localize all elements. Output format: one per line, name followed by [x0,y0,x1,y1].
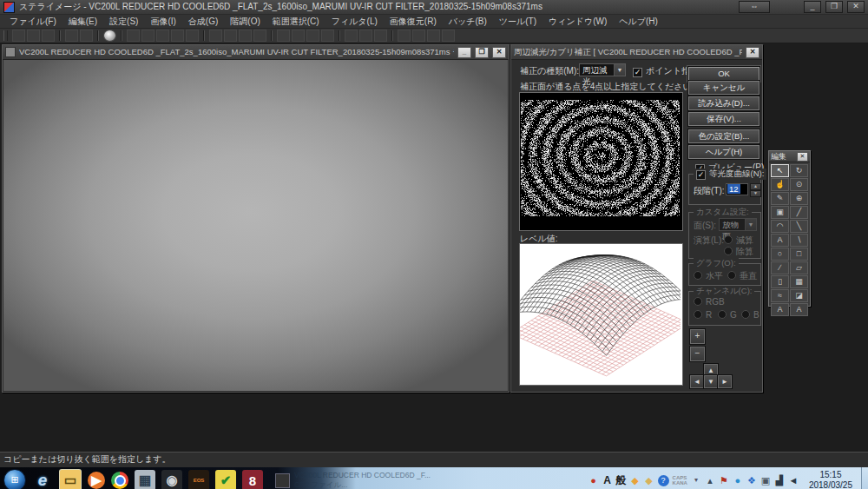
minimize-button[interactable]: _ [804,1,821,13]
pan-down-button[interactable]: ▼ [704,375,718,388]
backyard-eos-icon[interactable]: EOS [188,470,209,489]
calculator-icon[interactable]: ▦ [135,470,155,489]
menu-item-2[interactable]: 設定(S) [103,15,144,29]
shield-check-icon[interactable]: ✔ [215,470,236,489]
menu-item-6[interactable]: 範囲選択(C) [266,15,326,29]
star-icon[interactable] [253,30,266,42]
menu-item-9[interactable]: バッチ(B) [443,15,493,29]
step-input[interactable]: 12 [726,183,748,195]
open-icon[interactable] [12,30,25,42]
pipette-tool-icon[interactable]: ✎ [771,192,789,205]
matrix-icon[interactable] [224,30,237,42]
menu-item-10[interactable]: ツール(T) [493,15,542,29]
image-window-title-bar[interactable]: VC200L REDUCER HD COOLED6D _FLAT_2s_1600… [3,45,509,60]
explorer-folder-icon[interactable]: ▭ [59,469,82,489]
pan-left-button[interactable]: ◄ [690,375,704,388]
surface-select[interactable]: 放物面▼ [719,218,757,231]
horizontal-radio[interactable]: 水平 [694,270,723,282]
notification-ball-icon[interactable]: ● [589,474,599,486]
media-player-icon[interactable]: ▶ [88,472,105,489]
image-minimize-button[interactable]: _ [457,47,471,58]
close-button[interactable]: ✕ [847,1,865,13]
menu-item-0[interactable]: ファイル(F) [3,15,62,29]
graph-tool-icon[interactable]: ≈ [771,289,789,302]
levels-icon[interactable] [277,30,290,42]
select-icon[interactable] [345,30,358,42]
menu-item-4[interactable]: 合成(G) [182,15,224,29]
curves-icon[interactable] [306,30,319,42]
vertical-radio[interactable]: 垂直 [727,270,757,282]
stamp-tool-icon[interactable]: ▦ [790,275,808,288]
hand-tool-icon[interactable]: ☝ [771,178,789,191]
menu-item-1[interactable]: 編集(E) [62,15,103,29]
network-signal-icon[interactable]: ▟ [774,474,785,486]
sphere-icon[interactable] [321,30,334,42]
select-area-icon[interactable] [359,30,372,42]
sparkle-icon[interactable] [442,30,455,42]
histogram-icon[interactable] [292,30,305,42]
ime-mode-general[interactable]: 般 [616,474,627,486]
layer-tool-icon[interactable]: ◪ [790,289,808,302]
select-tool-icon[interactable]: ↖ [771,164,789,177]
dialog-button-ヘルプ(H)[interactable]: ヘルプ(H) [688,145,760,159]
image-restore-button[interactable]: ❐ [475,47,489,58]
image-close-button[interactable]: ✕ [492,47,506,58]
graph-icon[interactable] [239,30,252,42]
volume-icon[interactable]: ◄ [788,474,799,486]
action-center-flag-icon[interactable]: ⚑ [719,474,729,486]
internet-explorer-icon[interactable]: e [32,470,53,489]
register-icon[interactable] [412,30,425,42]
zoom-area-tool-icon[interactable]: ⊕ [790,192,808,205]
contour-preview-canvas[interactable] [520,93,681,228]
flat-field-image[interactable] [3,60,508,391]
help-icon[interactable]: ? [658,475,669,486]
save-icon[interactable] [27,30,40,42]
zoom-in-button[interactable]: + [690,329,705,344]
rgb-radio[interactable]: RGB [694,297,725,307]
ime-mode-a[interactable]: A [602,474,613,486]
dialog-button-保存(V)...[interactable]: 保存(V)... [688,112,760,126]
eraser-tool-icon[interactable]: ▱ [790,261,808,274]
align-icon[interactable] [141,30,155,42]
bluetooth-icon[interactable]: ❖ [746,474,757,486]
menu-item-8[interactable]: 画像復元(R) [384,15,443,29]
camera-icon[interactable]: ◉ [161,470,182,489]
composite-icon[interactable] [156,30,169,42]
contour-group-checkbox[interactable]: ✓等光度曲線(N): [694,169,766,180]
ime-pad-icon[interactable]: ◆ [644,474,654,486]
device-icon[interactable]: ▣ [760,474,771,486]
chrome-icon[interactable] [111,472,128,489]
export-icon[interactable] [42,30,55,42]
arc-tool-icon[interactable]: ◠ [771,220,789,233]
dialog-close-button[interactable]: ✕ [746,47,760,58]
zoom-tool-icon[interactable]: ⊙ [790,178,808,191]
messenger-icon[interactable]: ● [733,474,743,486]
start-button[interactable]: ⊞ [3,469,26,489]
spin-down-icon[interactable]: ▼ [750,190,761,197]
step-spin-arrows[interactable]: ▲▼ [750,183,761,197]
text-tool-icon[interactable]: A [771,234,789,247]
palette-close-button[interactable]: ✕ [797,152,808,162]
checkbox-icon[interactable]: ✓ [633,68,642,77]
restore-button[interactable]: ❐ [825,1,843,13]
swap-button[interactable]: ⇔ [739,1,770,13]
menu-item-11[interactable]: ウィンドウ(W) [542,15,613,29]
b-radio[interactable]: B [741,310,760,320]
menu-item-3[interactable]: 画像(I) [144,15,181,29]
dialog-button-OK[interactable]: OK [688,67,760,81]
diagonal-tool-icon[interactable]: ∖ [790,234,808,247]
clock[interactable]: 15:15 2018/03/25 [809,470,852,489]
menu-item-5[interactable]: 階調(O) [224,15,266,29]
pencil-tool-icon[interactable]: ∕ [771,261,789,274]
battery-tool-icon[interactable]: ▯ [771,275,789,288]
menu-item-12[interactable]: ヘルプ(H) [613,15,664,29]
font-a-tool-icon[interactable]: A [771,303,789,316]
zoom-out-button[interactable]: − [690,347,705,361]
r-radio[interactable]: R [694,310,712,320]
ime-chevron-icon[interactable]: ▾ [691,474,701,486]
menu-item-7[interactable]: フィルタ(L) [326,15,384,29]
pan-right-button[interactable]: ► [718,375,732,388]
correction-type-select[interactable]: 周辺減光 ▼ [579,63,626,76]
divide-radio[interactable]: 除算 [724,246,753,258]
line-tool-icon[interactable]: ╱ [790,206,808,219]
